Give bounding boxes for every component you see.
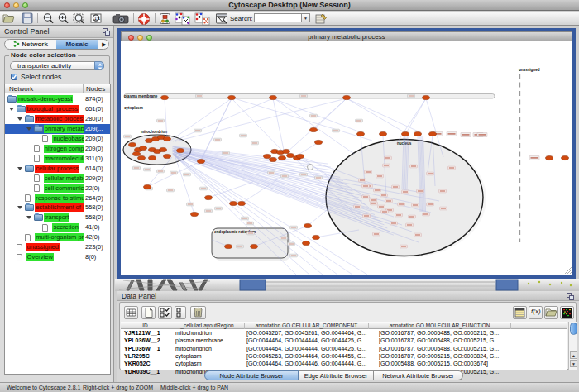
svg-text:unassigned: unassigned [519,68,540,72]
svg-text:1:1: 1:1 [94,16,100,21]
svg-text:mitochondrion: mitochondrion [141,130,167,134]
svg-text:plasma membrane: plasma membrane [124,94,158,98]
svg-text:cytoplasm: cytoplasm [124,106,143,110]
